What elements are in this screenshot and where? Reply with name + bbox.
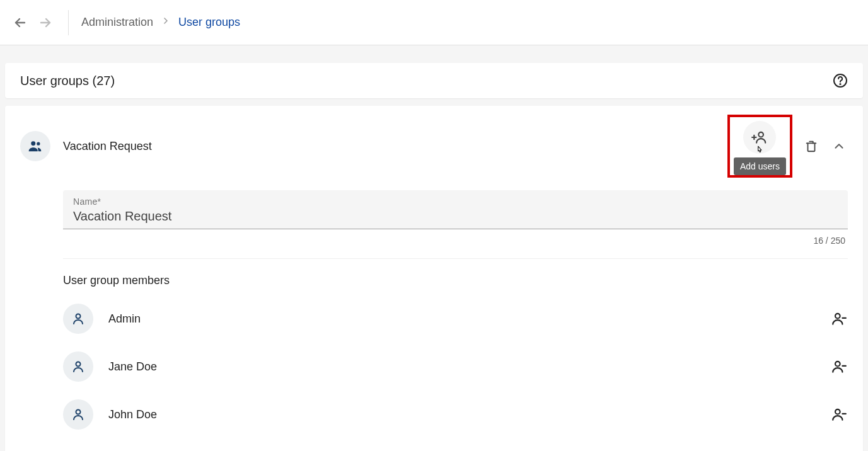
remove-member-button[interactable] — [830, 406, 848, 423]
group-header: Vacation Request — [20, 115, 848, 178]
group-actions: Add users — [727, 115, 848, 178]
name-input[interactable] — [73, 207, 838, 224]
member-name: Admin — [108, 312, 815, 326]
breadcrumb-current: User groups — [178, 16, 240, 29]
arrow-right-icon — [38, 15, 53, 30]
avatar — [63, 399, 93, 430]
divider — [63, 258, 848, 259]
member-row: John Doe — [63, 394, 848, 435]
member-row: Admin — [63, 299, 848, 339]
divider — [68, 10, 69, 35]
person-icon — [71, 407, 86, 422]
add-users-highlight: Add users — [727, 115, 792, 178]
svg-point-4 — [759, 132, 764, 137]
nav-back-button[interactable] — [8, 10, 33, 35]
svg-point-5 — [76, 314, 81, 319]
list-header-card: User groups (27) — [5, 63, 863, 98]
person-icon — [71, 359, 86, 374]
person-remove-icon — [831, 406, 847, 423]
remove-member-button[interactable] — [830, 310, 848, 328]
collapse-button[interactable] — [830, 137, 848, 155]
person-icon — [71, 311, 86, 326]
svg-point-8 — [835, 362, 840, 367]
chevron-up-icon — [832, 139, 846, 153]
nav-forward-button[interactable] — [33, 10, 58, 35]
help-icon — [833, 73, 848, 88]
breadcrumb: Administration User groups — [81, 16, 240, 29]
svg-point-1 — [840, 84, 840, 84]
arrow-left-icon — [13, 15, 28, 30]
member-row: Jane Doe — [63, 346, 848, 387]
delete-group-button[interactable] — [804, 137, 819, 155]
person-add-icon — [751, 129, 768, 146]
name-field[interactable]: Name* — [63, 190, 848, 229]
group-avatar — [20, 131, 50, 161]
group-card: Vacation Request — [5, 106, 863, 451]
svg-point-9 — [76, 410, 81, 414]
help-button[interactable] — [833, 73, 848, 88]
avatar — [63, 351, 93, 382]
svg-point-7 — [76, 362, 81, 367]
breadcrumb-parent[interactable]: Administration — [81, 16, 153, 29]
svg-point-6 — [835, 314, 840, 319]
member-name: John Doe — [108, 408, 815, 421]
members-heading: User group members — [63, 274, 848, 287]
cursor-pointer-icon — [754, 145, 765, 156]
chevron-right-icon — [161, 16, 171, 29]
group-form: Name* 16 / 250 User group members Admin — [63, 190, 848, 435]
svg-point-3 — [37, 142, 40, 146]
person-remove-icon — [831, 358, 847, 375]
content: User groups (27) Vacation Request — [0, 45, 868, 451]
avatar — [63, 304, 93, 334]
people-icon — [27, 138, 43, 154]
member-name: Jane Doe — [108, 360, 815, 374]
name-field-label: Name* — [73, 197, 838, 207]
topbar: Administration User groups — [0, 0, 868, 45]
page-title: User groups (27) — [20, 74, 115, 88]
person-remove-icon — [831, 311, 847, 327]
svg-point-2 — [31, 141, 35, 146]
add-users-tooltip: Add users — [734, 157, 786, 175]
add-users-button[interactable] — [743, 121, 776, 154]
group-name: Vacation Request — [63, 140, 727, 153]
remove-member-button[interactable] — [830, 358, 848, 375]
svg-point-10 — [835, 409, 840, 414]
trash-icon — [804, 139, 818, 153]
char-counter: 16 / 250 — [63, 229, 848, 246]
